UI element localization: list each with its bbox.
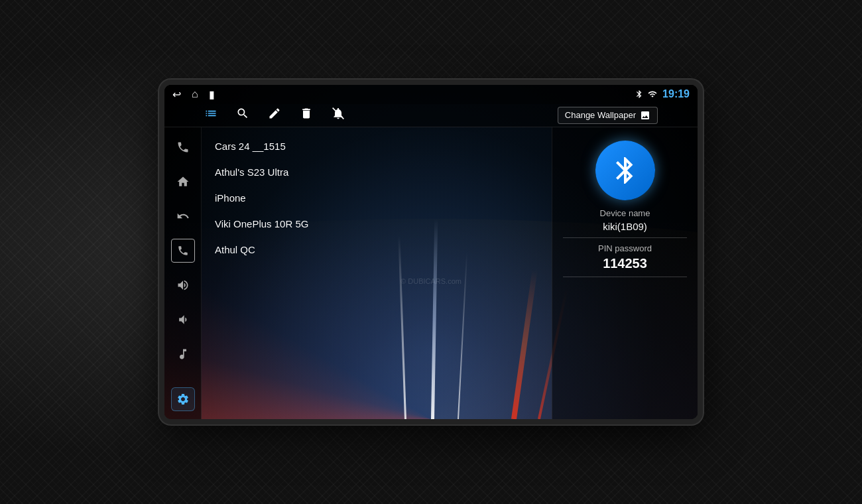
home-icon[interactable]: ⌂: [192, 88, 198, 100]
screen-inner: ↩ ⌂ ▮ 19:19: [164, 85, 698, 419]
sidebar-undo-icon[interactable]: [171, 204, 195, 228]
sidebar-music-icon[interactable]: [171, 342, 195, 366]
toolbar: Change Wallpaper: [164, 104, 698, 127]
toolbar-icons: [204, 107, 558, 123]
sidebar-volume-down-icon[interactable]: [171, 308, 195, 332]
bluetooth-panel: ✖ Device name kiki(1B09) PIN password 11…: [552, 127, 698, 419]
sidebar-phone-box-icon[interactable]: [171, 239, 195, 263]
bluetooth-status-icon: [635, 90, 644, 99]
main-content: Cars 24 __1515 Athul's S23 Ultra iPhone …: [164, 127, 698, 419]
sidebar-volume-up-icon[interactable]: [171, 273, 195, 297]
sidebar-phone-icon[interactable]: [171, 135, 195, 159]
change-wallpaper-label: Change Wallpaper: [565, 110, 636, 120]
status-left: ↩ ⌂ ▮: [172, 88, 215, 101]
status-icons: [635, 90, 657, 99]
list-item[interactable]: Athul QC: [212, 237, 541, 262]
wifi-status-icon: [648, 90, 657, 99]
search-icon[interactable]: [236, 107, 249, 123]
sidebar-home-icon[interactable]: [171, 170, 195, 194]
device-name-value: kiki(1B09): [563, 221, 687, 238]
screen-bezel: ↩ ⌂ ▮ 19:19: [159, 80, 703, 424]
sidebar-settings-icon[interactable]: [171, 387, 195, 411]
bluetooth-logo-icon: [609, 155, 641, 186]
change-wallpaper-button[interactable]: Change Wallpaper: [558, 107, 658, 124]
time-display: 19:19: [662, 88, 690, 100]
list-icon[interactable]: [204, 107, 217, 123]
list-item[interactable]: iPhone: [212, 186, 541, 210]
list-item[interactable]: Athul's S23 Ultra: [212, 160, 541, 184]
bluetooth-info: Device name kiki(1B09) PIN password 1142…: [563, 208, 687, 277]
status-bar: ↩ ⌂ ▮ 19:19: [164, 85, 698, 104]
status-right: 19:19: [635, 88, 690, 100]
image-icon: [640, 110, 650, 121]
car-background: ↩ ⌂ ▮ 19:19: [0, 0, 862, 504]
list-item[interactable]: Cars 24 __1515: [212, 134, 541, 158]
delete-icon[interactable]: [300, 107, 313, 123]
device-name-label: Device name: [563, 208, 687, 218]
list-item[interactable]: Viki OnePlus 10R 5G: [212, 212, 541, 236]
edit-icon[interactable]: [268, 107, 281, 123]
device-list: Cars 24 __1515 Athul's S23 Ultra iPhone …: [202, 127, 552, 419]
left-sidebar: [164, 127, 202, 419]
recents-icon[interactable]: ▮: [209, 88, 215, 101]
back-icon[interactable]: ↩: [172, 88, 181, 101]
pin-value: 114253: [563, 256, 687, 277]
bluetooth-icon-circle: ✖: [595, 141, 655, 200]
notification-bell-icon[interactable]: [332, 107, 345, 123]
pin-label: PIN password: [563, 243, 687, 253]
